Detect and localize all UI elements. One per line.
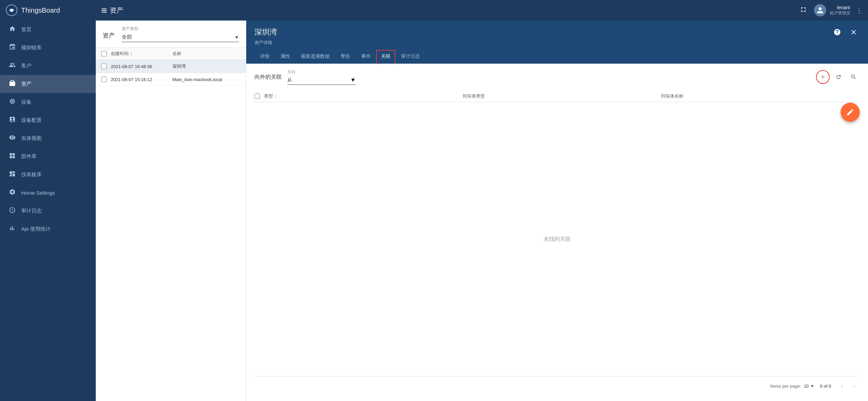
sidebar-item-api-stats[interactable]: Api 使用统计 [0,220,96,238]
search-button[interactable] [847,71,860,83]
sidebar-item-customers[interactable]: 客户 [0,57,96,75]
detail-header: 深圳湾 资产详情 详情 属性 最新遥测数据 警告 [246,21,868,64]
prev-page-button[interactable]: ‹ [837,380,847,391]
devices-icon [8,98,16,106]
assets-icon [8,80,16,88]
sidebar-item-devices[interactable]: 设备 [0,93,96,111]
detail-header-top: 深圳湾 [254,26,860,38]
col-entity-name-header: 到实体名称 [661,93,860,99]
row-created-1: 2021-08-07 16:48:36 [111,64,172,69]
detail-tabs: 详情 属性 最新遥测数据 警告 事件 关联 审计日志 [254,50,860,64]
sidebar-item-device-profiles[interactable]: 设备配置 [0,111,96,129]
direction-label: 方向 [287,69,356,75]
col-type-header: 类型 ↑ [264,93,463,99]
top-header: ThingsBoard ⊞ 资产 tenant 租户管理员 ⋮ [0,0,868,21]
rules-icon [8,43,16,52]
relations-select-all-checkbox[interactable] [254,93,260,99]
tab-detail[interactable]: 详情 [254,50,275,64]
sidebar-item-home[interactable]: 首页 [0,21,96,39]
add-relation-button[interactable]: + [816,70,830,84]
asset-type-selector: 资产类型 全部 ▼ [122,26,239,42]
tab-alarms[interactable]: 警告 [335,50,356,64]
row-checkbox-2[interactable] [101,77,107,82]
direction-dropdown-arrow: ▼ [350,77,356,83]
per-page-arrow-icon: ▼ [810,384,815,389]
relations-footer: Items per page: 10 ▼ 0 of 0 ‹ › [254,376,860,396]
home-settings-icon [8,189,16,197]
sidebar: 首页 规则链库 客户 资产 设备 [0,21,96,401]
sidebar-item-home-label: 首页 [21,26,31,33]
relations-toolbar: 向外的关联 方向 从 ▼ + [254,69,860,85]
user-role: 租户管理员 [830,10,850,16]
asset-table-header: 创建时间 ↓ 名称 [96,48,246,60]
table-row[interactable]: 2021-08-07 16:48:36 深圳湾 [96,60,246,73]
asset-table-body: 2021-08-07 16:48:36 深圳湾 2021-08-07 15:16… [96,60,246,401]
help-button[interactable] [831,26,843,38]
direction-dropdown[interactable]: 从 ▼ [287,76,356,85]
per-page-select[interactable]: 10 ▼ [804,384,814,389]
detail-title: 深圳湾 [254,27,277,37]
sidebar-item-entity-views[interactable]: 实体视图 [0,129,96,147]
widgets-icon [8,152,16,161]
row-name-2: Main_lixin-macbook.local [172,77,222,82]
relations-empty-state: 未找到关联 [254,102,860,376]
refresh-button[interactable] [832,71,845,83]
user-info[interactable]: tenant 租户管理员 [814,4,850,16]
sidebar-item-dashboards-label: 仪表板库 [21,171,42,178]
asset-list-panel: 资产 资产类型 全部 ▼ 创建时间 ↓ 名称 [96,21,246,401]
sidebar-item-widgets[interactable]: 部件库 [0,147,96,166]
pagination-info: 0 of 0 [820,384,831,389]
asset-type-label: 资产类型 [122,26,239,32]
next-page-button[interactable]: › [849,380,860,391]
api-stats-icon [8,225,16,233]
tab-telemetry[interactable]: 最新遥测数据 [295,50,335,64]
header-title-area: ⊞ 资产 [101,6,798,15]
sidebar-item-device-profiles-label: 设备配置 [21,117,42,124]
sidebar-item-devices-label: 设备 [21,99,31,105]
direction-selector: 方向 从 ▼ [287,69,356,85]
header-title-text: 资产 [110,6,123,15]
row-checkbox-1[interactable] [101,64,107,69]
header-right: tenant 租户管理员 ⋮ [798,4,863,16]
relations-content: 向外的关联 方向 从 ▼ + [246,64,868,401]
tab-events[interactable]: 事件 [356,50,376,64]
tab-attributes[interactable]: 属性 [275,50,295,64]
sidebar-item-customers-label: 客户 [21,63,31,69]
table-row[interactable]: 2021-08-07 15:16:12 Main_lixin-macbook.l… [96,73,246,86]
detail-subtitle: 资产详情 [254,40,860,46]
type-sort-icon: ↑ [274,94,277,99]
row-name-1: 深圳湾 [172,63,186,69]
panel-title: 资产 [103,26,115,40]
sidebar-item-dashboards[interactable]: 仪表板库 [0,166,96,184]
dropdown-arrow-icon: ▼ [234,35,239,40]
header-title-icon: ⊞ [101,6,107,14]
detail-panel: 深圳湾 资产详情 详情 属性 最新遥测数据 警告 [246,21,868,401]
avatar [814,4,826,16]
sidebar-item-home-settings[interactable]: Home Settings [0,184,96,202]
sidebar-item-widgets-label: 部件库 [21,153,37,160]
entity-views-icon [8,134,16,143]
thingsboard-logo-icon [5,4,18,16]
sidebar-item-audit-label: 审计日志 [21,208,42,214]
col-name-header: 名称 [172,51,181,57]
logo-text: ThingsBoard [21,7,60,14]
home-icon [8,25,16,34]
fullscreen-button[interactable] [798,4,808,16]
device-profiles-icon [8,116,16,125]
close-button[interactable] [847,26,860,38]
user-text-area: tenant 租户管理员 [830,5,850,16]
sidebar-item-audit[interactable]: 审计日志 [0,202,96,220]
asset-type-dropdown[interactable]: 全部 ▼ [122,33,239,42]
content-area: 资产 资产类型 全部 ▼ 创建时间 ↓ 名称 [96,21,868,401]
logo-area: ThingsBoard [5,4,101,16]
more-menu-button[interactable]: ⋮ [856,6,863,14]
edit-fab-button[interactable] [841,103,860,122]
sort-icon: ↓ [130,51,132,56]
tab-relations[interactable]: 关联 [376,50,395,64]
select-all-checkbox[interactable] [101,51,107,56]
sidebar-item-rules[interactable]: 规则链库 [0,39,96,57]
tab-audit[interactable]: 审计日志 [395,50,425,64]
sidebar-item-api-stats-label: Api 使用统计 [21,226,51,232]
dashboards-icon [8,170,16,179]
sidebar-item-assets[interactable]: 资产 [0,75,96,93]
